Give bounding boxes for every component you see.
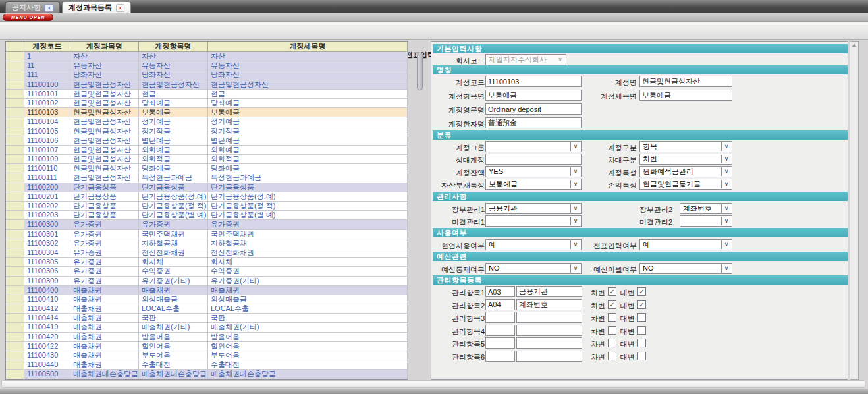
row-selector-cell[interactable] xyxy=(6,127,24,136)
mgmt-item-name-input[interactable] xyxy=(516,337,582,349)
row-selector-cell[interactable] xyxy=(6,117,24,127)
credit-checkbox[interactable] xyxy=(637,352,646,360)
english-name-field[interactable] xyxy=(485,103,582,115)
row-selector-cell[interactable] xyxy=(6,267,24,276)
row-selector-cell[interactable] xyxy=(6,211,24,220)
row-selector-cell[interactable] xyxy=(6,52,24,61)
debit-checkbox[interactable] xyxy=(608,326,616,335)
detail-name-field[interactable] xyxy=(639,90,732,101)
debit-checkbox[interactable] xyxy=(608,339,616,347)
row-selector-cell[interactable] xyxy=(6,80,24,90)
ledger1-select[interactable]: 금융기관∨ xyxy=(485,203,582,214)
grid-row[interactable]: 11100201단기금융상품단기금융상품(정.예)단기금융상품(정.예) xyxy=(6,192,408,202)
grid-row[interactable]: 11100103현금및현금성자산보통예금보통예금 xyxy=(6,108,408,117)
grid-row[interactable]: 11100300유가증권유가증권유가증권 xyxy=(6,220,408,229)
asset-trait-select[interactable]: 보통예금∨ xyxy=(485,179,582,190)
grid-row[interactable]: 11100106현금및현금성자산별단예금별단예금 xyxy=(6,136,408,146)
mgmt-item-code-input[interactable] xyxy=(485,312,515,323)
grid-row[interactable]: 11100110현금및현금성자산당좌예금당좌예금 xyxy=(6,164,408,173)
row-selector-cell[interactable] xyxy=(6,136,24,146)
grid-row[interactable]: 11100203단기금융상품단기금융상품(별.예)단기금융상품(별.예) xyxy=(6,211,408,220)
account-group-select[interactable]: ∨ xyxy=(485,141,582,152)
credit-checkbox[interactable]: ✓ xyxy=(637,287,646,296)
row-selector-cell[interactable] xyxy=(6,183,24,192)
company-code-select[interactable]: 제일저지주식회사 ∨ xyxy=(485,54,566,65)
row-selector-cell[interactable] xyxy=(6,173,24,183)
pending1-select[interactable]: ∨ xyxy=(485,215,582,227)
row-selector-cell[interactable] xyxy=(6,342,24,351)
tab-close-icon[interactable]: ✕ xyxy=(116,4,124,12)
grid-row[interactable]: 11유동자산유동자산유동자산 xyxy=(6,61,408,70)
row-selector-cell[interactable] xyxy=(6,370,24,379)
tab-inactive[interactable]: 공지사항✕ xyxy=(5,1,60,13)
row-selector-cell[interactable] xyxy=(6,61,24,70)
credit-checkbox[interactable] xyxy=(637,326,646,335)
grid-row[interactable]: 11100109현금및현금성자산외화적금외화적금 xyxy=(6,155,408,164)
grid-row[interactable]: 11100306유가증권수익증권수익증권 xyxy=(6,267,408,276)
row-selector-cell[interactable] xyxy=(6,70,24,80)
grid-row[interactable]: 11100105현금및현금성자산정기적금정기적금 xyxy=(6,127,408,136)
item-name-field[interactable] xyxy=(485,90,582,101)
grid-row[interactable]: 11100202단기금융상품단기금융상품(정.적)단기금융상품(정.적) xyxy=(6,202,408,211)
grid-row[interactable]: 11100304유가증권전신전화채권전신전화채권 xyxy=(6,248,408,258)
debit-checkbox[interactable]: ✓ xyxy=(608,287,616,296)
credit-checkbox[interactable]: ✓ xyxy=(637,300,646,309)
mgmt-item-code-input[interactable] xyxy=(485,337,515,349)
grid-row[interactable]: 11100500매출채권대손충당금매출채권대손충당금매출채권대손충당금 xyxy=(6,370,408,379)
grid-row[interactable]: 11100430매출채권부도어음부도어음 xyxy=(6,351,408,360)
row-selector-cell[interactable] xyxy=(6,360,24,370)
debit-checkbox[interactable] xyxy=(608,352,616,360)
grid-row[interactable]: 11100412매출채권LOCAL수출LOCAL수출 xyxy=(6,304,408,314)
grid-row[interactable]: 11100107현금및현금성자산외화예금외화예금 xyxy=(6,146,408,155)
ledger2-select[interactable]: 계좌번호∨ xyxy=(680,203,732,214)
horizontal-scrollbar[interactable] xyxy=(1,380,865,388)
budget-carryover-select[interactable]: NO∨ xyxy=(639,263,732,274)
row-selector-cell[interactable] xyxy=(6,323,24,332)
row-selector-cell[interactable] xyxy=(6,333,24,342)
row-selector-cell[interactable] xyxy=(6,314,24,323)
account-code-field[interactable] xyxy=(485,76,582,87)
mgmt-item-name-input[interactable] xyxy=(516,299,582,310)
row-selector-cell[interactable] xyxy=(6,230,24,239)
mgmt-item-name-input[interactable] xyxy=(516,325,582,336)
grid-row[interactable]: 11100309유가증권유가증권(기타)유가증권(기타) xyxy=(6,277,408,286)
credit-checkbox[interactable] xyxy=(637,313,646,322)
debit-checkbox[interactable]: ✓ xyxy=(608,300,616,309)
grid-row[interactable]: 111당좌자산당좌자산당좌자산 xyxy=(6,70,408,80)
account-division-select[interactable]: 항목∨ xyxy=(639,141,732,152)
account-balance-select[interactable]: YES∨ xyxy=(485,166,582,177)
pl-trait-select[interactable]: 현금및현금등가물∨ xyxy=(639,179,732,190)
row-selector-cell[interactable] xyxy=(6,90,24,99)
hanja-name-field[interactable] xyxy=(485,117,582,128)
row-selector-cell[interactable] xyxy=(6,277,24,286)
row-selector-cell[interactable] xyxy=(6,295,24,304)
debit-checkbox[interactable] xyxy=(608,313,616,322)
grid-row[interactable]: 11100301유가증권국민주택채권국민주택채권 xyxy=(6,230,408,239)
dc-division-select[interactable]: 차변∨ xyxy=(639,154,732,165)
grid-row[interactable]: 11100419매출채권매출채권(기타)매출채권(기타) xyxy=(6,323,408,332)
budget-control-select[interactable]: NO∨ xyxy=(485,263,582,274)
mgmt-item-code-input[interactable] xyxy=(485,325,515,336)
row-selector-cell[interactable] xyxy=(6,146,24,155)
row-selector-cell[interactable] xyxy=(6,108,24,117)
grid-row[interactable]: 11100410매출채권외상매출금외상매출금 xyxy=(6,295,408,304)
row-selector-cell[interactable] xyxy=(6,258,24,267)
grid-row[interactable]: 11100414매출채권국판국판 xyxy=(6,314,408,323)
grid-row[interactable]: 11100104현금및현금성자산정기예금정기예금 xyxy=(6,117,408,127)
grid-row[interactable]: 11100422매출채권할인어음할인어음 xyxy=(6,342,408,351)
grid-row[interactable]: 11100200단기금융상품단기금융상품단기금융상품 xyxy=(6,183,408,192)
grid-row[interactable]: 1자산자산자산 xyxy=(6,52,408,61)
account-trait-select[interactable]: 원화예적금관리∨ xyxy=(639,166,732,177)
grid-row[interactable]: 11100101현금및현금성자산현금현금 xyxy=(6,90,408,99)
row-selector-cell[interactable] xyxy=(6,202,24,211)
grid-row[interactable]: 11100111현금및현금성자산특정현금과예금특정현금과예금 xyxy=(6,173,408,183)
mgmt-item-name-input[interactable] xyxy=(516,351,582,362)
pending2-select[interactable]: ∨ xyxy=(680,215,732,227)
row-selector-cell[interactable] xyxy=(6,155,24,164)
row-selector-cell[interactable] xyxy=(6,220,24,229)
counter-account-field[interactable] xyxy=(485,154,582,165)
active-use-select[interactable]: 예∨ xyxy=(485,239,582,250)
mgmt-item-code-input[interactable] xyxy=(485,286,515,297)
grid-row[interactable]: 11100440매출채권수출대전수출대전 xyxy=(6,360,408,370)
row-selector-cell[interactable] xyxy=(6,248,24,258)
